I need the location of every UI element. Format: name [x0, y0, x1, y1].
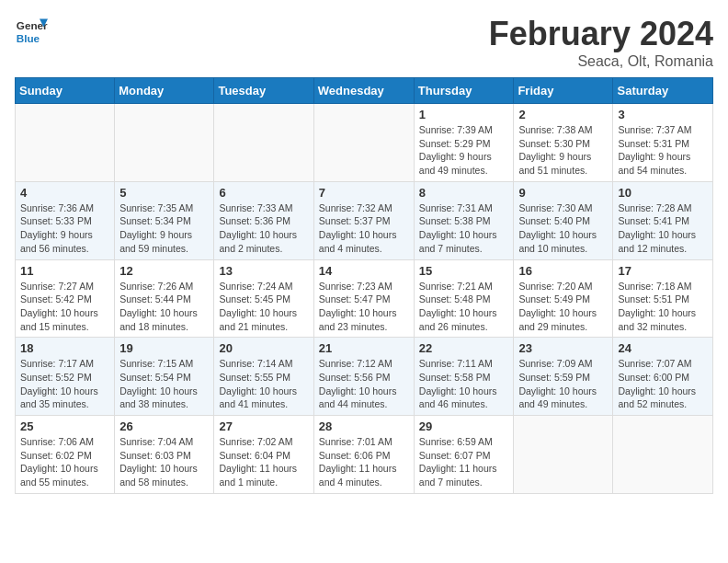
day-number: 4 — [20, 186, 109, 200]
calendar-cell — [214, 104, 313, 182]
day-info: Sunrise: 7:07 AM Sunset: 6:00 PM Dayligh… — [618, 357, 708, 411]
logo-icon: General Blue — [15, 15, 48, 48]
day-info: Sunrise: 7:15 AM Sunset: 5:54 PM Dayligh… — [119, 357, 209, 411]
calendar-cell: 3Sunrise: 7:37 AM Sunset: 5:31 PM Daylig… — [613, 104, 713, 182]
day-info: Sunrise: 7:26 AM Sunset: 5:44 PM Dayligh… — [119, 280, 209, 334]
calendar-week-row: 25Sunrise: 7:06 AM Sunset: 6:02 PM Dayli… — [16, 416, 713, 494]
calendar-cell: 26Sunrise: 7:04 AM Sunset: 6:03 PM Dayli… — [115, 416, 214, 494]
day-number: 25 — [20, 419, 109, 433]
day-number: 20 — [219, 341, 308, 355]
day-info: Sunrise: 7:38 AM Sunset: 5:30 PM Dayligh… — [518, 123, 608, 178]
day-info: Sunrise: 7:09 AM Sunset: 5:59 PM Dayligh… — [518, 357, 608, 411]
calendar-cell — [16, 104, 115, 182]
calendar-cell: 5Sunrise: 7:35 AM Sunset: 5:34 PM Daylig… — [115, 181, 214, 259]
day-info: Sunrise: 7:11 AM Sunset: 5:58 PM Dayligh… — [419, 357, 509, 411]
day-number: 9 — [518, 186, 608, 200]
day-number: 16 — [518, 264, 608, 278]
calendar-cell: 10Sunrise: 7:28 AM Sunset: 5:41 PM Dayli… — [613, 181, 713, 259]
day-number: 24 — [618, 341, 708, 355]
day-number: 21 — [319, 341, 409, 355]
day-info: Sunrise: 7:27 AM Sunset: 5:42 PM Dayligh… — [20, 280, 109, 334]
weekday-header-sunday: Sunday — [16, 78, 115, 104]
title-block: February 2024 Seaca, Olt, Romania — [489, 15, 713, 70]
day-number: 15 — [419, 264, 509, 278]
calendar-cell: 21Sunrise: 7:12 AM Sunset: 5:56 PM Dayli… — [313, 338, 414, 416]
weekday-header-monday: Monday — [115, 78, 214, 104]
day-number: 14 — [319, 264, 409, 278]
day-number: 29 — [419, 419, 509, 433]
day-info: Sunrise: 7:28 AM Sunset: 5:41 PM Dayligh… — [618, 201, 708, 256]
page-header: General Blue February 2024 Seaca, Olt, R… — [15, 15, 713, 70]
calendar-cell: 29Sunrise: 6:59 AM Sunset: 6:07 PM Dayli… — [414, 416, 514, 494]
day-info: Sunrise: 7:02 AM Sunset: 6:04 PM Dayligh… — [219, 435, 308, 489]
logo: General Blue — [15, 15, 48, 48]
weekday-header-wednesday: Wednesday — [313, 78, 414, 104]
day-number: 28 — [319, 419, 409, 433]
calendar-cell: 8Sunrise: 7:31 AM Sunset: 5:38 PM Daylig… — [414, 181, 514, 259]
calendar-cell: 9Sunrise: 7:30 AM Sunset: 5:40 PM Daylig… — [514, 181, 613, 259]
calendar-cell: 18Sunrise: 7:17 AM Sunset: 5:52 PM Dayli… — [16, 338, 115, 416]
calendar-week-row: 4Sunrise: 7:36 AM Sunset: 5:33 PM Daylig… — [16, 181, 713, 259]
calendar-table: SundayMondayTuesdayWednesdayThursdayFrid… — [15, 77, 713, 494]
day-number: 26 — [119, 419, 209, 433]
day-info: Sunrise: 6:59 AM Sunset: 6:07 PM Dayligh… — [419, 435, 509, 489]
calendar-cell: 17Sunrise: 7:18 AM Sunset: 5:51 PM Dayli… — [613, 259, 713, 338]
day-info: Sunrise: 7:06 AM Sunset: 6:02 PM Dayligh… — [20, 435, 109, 489]
day-number: 27 — [219, 419, 308, 433]
weekday-header-friday: Friday — [514, 78, 613, 104]
calendar-cell: 27Sunrise: 7:02 AM Sunset: 6:04 PM Dayli… — [214, 416, 313, 494]
calendar-cell: 2Sunrise: 7:38 AM Sunset: 5:30 PM Daylig… — [514, 104, 613, 182]
calendar-cell: 28Sunrise: 7:01 AM Sunset: 6:06 PM Dayli… — [313, 416, 414, 494]
day-number: 17 — [618, 264, 708, 278]
svg-text:Blue: Blue — [17, 32, 40, 44]
day-info: Sunrise: 7:24 AM Sunset: 5:45 PM Dayligh… — [219, 280, 308, 334]
day-number: 3 — [618, 108, 708, 121]
day-number: 7 — [319, 186, 409, 200]
calendar-header-row: SundayMondayTuesdayWednesdayThursdayFrid… — [16, 78, 713, 104]
day-info: Sunrise: 7:39 AM Sunset: 5:29 PM Dayligh… — [419, 123, 509, 178]
day-number: 11 — [20, 264, 109, 278]
day-info: Sunrise: 7:14 AM Sunset: 5:55 PM Dayligh… — [219, 357, 308, 411]
day-info: Sunrise: 7:37 AM Sunset: 5:31 PM Dayligh… — [618, 123, 708, 178]
weekday-header-tuesday: Tuesday — [214, 78, 313, 104]
calendar-cell: 15Sunrise: 7:21 AM Sunset: 5:48 PM Dayli… — [414, 259, 514, 338]
calendar-cell: 1Sunrise: 7:39 AM Sunset: 5:29 PM Daylig… — [414, 104, 514, 182]
location: Seaca, Olt, Romania — [489, 53, 713, 70]
calendar-cell: 7Sunrise: 7:32 AM Sunset: 5:37 PM Daylig… — [313, 181, 414, 259]
day-number: 6 — [219, 186, 308, 200]
day-info: Sunrise: 7:30 AM Sunset: 5:40 PM Dayligh… — [518, 201, 608, 256]
weekday-header-thursday: Thursday — [414, 78, 514, 104]
day-info: Sunrise: 7:32 AM Sunset: 5:37 PM Dayligh… — [319, 201, 409, 256]
calendar-cell: 13Sunrise: 7:24 AM Sunset: 5:45 PM Dayli… — [214, 259, 313, 338]
day-number: 18 — [20, 341, 109, 355]
calendar-cell: 19Sunrise: 7:15 AM Sunset: 5:54 PM Dayli… — [115, 338, 214, 416]
calendar-week-row: 11Sunrise: 7:27 AM Sunset: 5:42 PM Dayli… — [16, 259, 713, 338]
calendar-week-row: 1Sunrise: 7:39 AM Sunset: 5:29 PM Daylig… — [16, 104, 713, 182]
day-info: Sunrise: 7:35 AM Sunset: 5:34 PM Dayligh… — [119, 201, 209, 256]
day-info: Sunrise: 7:31 AM Sunset: 5:38 PM Dayligh… — [419, 201, 509, 256]
day-number: 2 — [518, 108, 608, 121]
day-info: Sunrise: 7:20 AM Sunset: 5:49 PM Dayligh… — [518, 280, 608, 334]
calendar-cell: 23Sunrise: 7:09 AM Sunset: 5:59 PM Dayli… — [514, 338, 613, 416]
calendar-cell: 14Sunrise: 7:23 AM Sunset: 5:47 PM Dayli… — [313, 259, 414, 338]
calendar-cell: 22Sunrise: 7:11 AM Sunset: 5:58 PM Dayli… — [414, 338, 514, 416]
day-info: Sunrise: 7:17 AM Sunset: 5:52 PM Dayligh… — [20, 357, 109, 411]
calendar-cell — [613, 416, 713, 494]
calendar-cell: 11Sunrise: 7:27 AM Sunset: 5:42 PM Dayli… — [16, 259, 115, 338]
calendar-week-row: 18Sunrise: 7:17 AM Sunset: 5:52 PM Dayli… — [16, 338, 713, 416]
calendar-cell — [115, 104, 214, 182]
day-number: 22 — [419, 341, 509, 355]
day-number: 1 — [419, 108, 509, 121]
calendar-cell: 6Sunrise: 7:33 AM Sunset: 5:36 PM Daylig… — [214, 181, 313, 259]
calendar-cell — [313, 104, 414, 182]
day-info: Sunrise: 7:21 AM Sunset: 5:48 PM Dayligh… — [419, 280, 509, 334]
day-info: Sunrise: 7:12 AM Sunset: 5:56 PM Dayligh… — [319, 357, 409, 411]
month-title: February 2024 — [489, 15, 713, 53]
day-info: Sunrise: 7:18 AM Sunset: 5:51 PM Dayligh… — [618, 280, 708, 334]
day-info: Sunrise: 7:23 AM Sunset: 5:47 PM Dayligh… — [319, 280, 409, 334]
calendar-cell: 16Sunrise: 7:20 AM Sunset: 5:49 PM Dayli… — [514, 259, 613, 338]
calendar-cell: 20Sunrise: 7:14 AM Sunset: 5:55 PM Dayli… — [214, 338, 313, 416]
calendar-cell: 12Sunrise: 7:26 AM Sunset: 5:44 PM Dayli… — [115, 259, 214, 338]
day-info: Sunrise: 7:36 AM Sunset: 5:33 PM Dayligh… — [20, 201, 109, 256]
calendar-cell: 24Sunrise: 7:07 AM Sunset: 6:00 PM Dayli… — [613, 338, 713, 416]
